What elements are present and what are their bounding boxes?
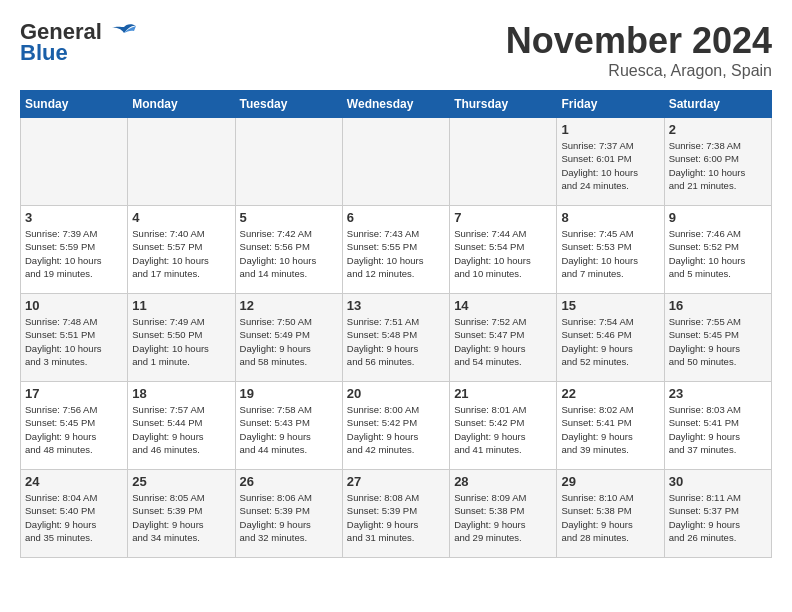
day-info: Sunrise: 8:03 AMSunset: 5:41 PMDaylight:… [669,403,767,456]
logo-blue: Blue [20,40,68,66]
day-number: 5 [240,210,338,225]
day-number: 22 [561,386,659,401]
day-number: 20 [347,386,445,401]
calendar-day-cell: 27Sunrise: 8:08 AMSunset: 5:39 PMDayligh… [342,470,449,558]
day-number: 30 [669,474,767,489]
weekday-header-cell: Wednesday [342,91,449,118]
day-info: Sunrise: 8:10 AMSunset: 5:38 PMDaylight:… [561,491,659,544]
day-info: Sunrise: 7:49 AMSunset: 5:50 PMDaylight:… [132,315,230,368]
calendar-week-row: 10Sunrise: 7:48 AMSunset: 5:51 PMDayligh… [21,294,772,382]
day-number: 6 [347,210,445,225]
calendar-week-row: 17Sunrise: 7:56 AMSunset: 5:45 PMDayligh… [21,382,772,470]
calendar-day-cell: 24Sunrise: 8:04 AMSunset: 5:40 PMDayligh… [21,470,128,558]
calendar-day-cell: 15Sunrise: 7:54 AMSunset: 5:46 PMDayligh… [557,294,664,382]
calendar-day-cell: 8Sunrise: 7:45 AMSunset: 5:53 PMDaylight… [557,206,664,294]
day-number: 1 [561,122,659,137]
calendar-day-cell: 11Sunrise: 7:49 AMSunset: 5:50 PMDayligh… [128,294,235,382]
day-number: 13 [347,298,445,313]
day-number: 18 [132,386,230,401]
day-info: Sunrise: 7:40 AMSunset: 5:57 PMDaylight:… [132,227,230,280]
day-number: 25 [132,474,230,489]
day-number: 14 [454,298,552,313]
day-info: Sunrise: 8:06 AMSunset: 5:39 PMDaylight:… [240,491,338,544]
calendar-day-cell [450,118,557,206]
day-info: Sunrise: 7:56 AMSunset: 5:45 PMDaylight:… [25,403,123,456]
day-number: 19 [240,386,338,401]
weekday-header-row: SundayMondayTuesdayWednesdayThursdayFrid… [21,91,772,118]
calendar-day-cell: 20Sunrise: 8:00 AMSunset: 5:42 PMDayligh… [342,382,449,470]
day-info: Sunrise: 7:58 AMSunset: 5:43 PMDaylight:… [240,403,338,456]
day-number: 3 [25,210,123,225]
calendar-day-cell: 29Sunrise: 8:10 AMSunset: 5:38 PMDayligh… [557,470,664,558]
calendar-day-cell [235,118,342,206]
calendar-day-cell: 4Sunrise: 7:40 AMSunset: 5:57 PMDaylight… [128,206,235,294]
calendar-day-cell: 7Sunrise: 7:44 AMSunset: 5:54 PMDaylight… [450,206,557,294]
title-block: November 2024 Ruesca, Aragon, Spain [506,20,772,80]
day-info: Sunrise: 8:01 AMSunset: 5:42 PMDaylight:… [454,403,552,456]
calendar-day-cell: 18Sunrise: 7:57 AMSunset: 5:44 PMDayligh… [128,382,235,470]
calendar-day-cell: 2Sunrise: 7:38 AMSunset: 6:00 PMDaylight… [664,118,771,206]
day-number: 15 [561,298,659,313]
calendar-day-cell: 26Sunrise: 8:06 AMSunset: 5:39 PMDayligh… [235,470,342,558]
location-subtitle: Ruesca, Aragon, Spain [506,62,772,80]
day-info: Sunrise: 7:57 AMSunset: 5:44 PMDaylight:… [132,403,230,456]
day-info: Sunrise: 7:39 AMSunset: 5:59 PMDaylight:… [25,227,123,280]
day-number: 4 [132,210,230,225]
day-number: 23 [669,386,767,401]
day-number: 26 [240,474,338,489]
day-info: Sunrise: 7:48 AMSunset: 5:51 PMDaylight:… [25,315,123,368]
day-info: Sunrise: 7:50 AMSunset: 5:49 PMDaylight:… [240,315,338,368]
calendar-day-cell: 23Sunrise: 8:03 AMSunset: 5:41 PMDayligh… [664,382,771,470]
weekday-header-cell: Sunday [21,91,128,118]
day-number: 2 [669,122,767,137]
weekday-header-cell: Thursday [450,91,557,118]
calendar-day-cell: 28Sunrise: 8:09 AMSunset: 5:38 PMDayligh… [450,470,557,558]
weekday-header-cell: Saturday [664,91,771,118]
day-number: 24 [25,474,123,489]
day-number: 16 [669,298,767,313]
day-number: 8 [561,210,659,225]
day-info: Sunrise: 8:00 AMSunset: 5:42 PMDaylight:… [347,403,445,456]
day-number: 12 [240,298,338,313]
calendar-day-cell: 30Sunrise: 8:11 AMSunset: 5:37 PMDayligh… [664,470,771,558]
calendar-week-row: 1Sunrise: 7:37 AMSunset: 6:01 PMDaylight… [21,118,772,206]
day-number: 28 [454,474,552,489]
weekday-header-cell: Monday [128,91,235,118]
calendar-day-cell: 16Sunrise: 7:55 AMSunset: 5:45 PMDayligh… [664,294,771,382]
day-number: 27 [347,474,445,489]
day-info: Sunrise: 7:37 AMSunset: 6:01 PMDaylight:… [561,139,659,192]
calendar-day-cell: 21Sunrise: 8:01 AMSunset: 5:42 PMDayligh… [450,382,557,470]
calendar-day-cell: 10Sunrise: 7:48 AMSunset: 5:51 PMDayligh… [21,294,128,382]
day-info: Sunrise: 8:02 AMSunset: 5:41 PMDaylight:… [561,403,659,456]
calendar-day-cell: 12Sunrise: 7:50 AMSunset: 5:49 PMDayligh… [235,294,342,382]
day-number: 17 [25,386,123,401]
day-info: Sunrise: 8:11 AMSunset: 5:37 PMDaylight:… [669,491,767,544]
day-number: 9 [669,210,767,225]
calendar-body: 1Sunrise: 7:37 AMSunset: 6:01 PMDaylight… [21,118,772,558]
day-info: Sunrise: 7:45 AMSunset: 5:53 PMDaylight:… [561,227,659,280]
logo-bird-icon [110,23,138,43]
day-info: Sunrise: 8:09 AMSunset: 5:38 PMDaylight:… [454,491,552,544]
day-number: 11 [132,298,230,313]
calendar-day-cell: 13Sunrise: 7:51 AMSunset: 5:48 PMDayligh… [342,294,449,382]
day-info: Sunrise: 8:04 AMSunset: 5:40 PMDaylight:… [25,491,123,544]
day-info: Sunrise: 8:05 AMSunset: 5:39 PMDaylight:… [132,491,230,544]
weekday-header-cell: Friday [557,91,664,118]
weekday-header-cell: Tuesday [235,91,342,118]
calendar-day-cell [342,118,449,206]
calendar-week-row: 24Sunrise: 8:04 AMSunset: 5:40 PMDayligh… [21,470,772,558]
day-info: Sunrise: 7:42 AMSunset: 5:56 PMDaylight:… [240,227,338,280]
day-info: Sunrise: 7:52 AMSunset: 5:47 PMDaylight:… [454,315,552,368]
logo: General Blue [20,20,138,66]
month-title: November 2024 [506,20,772,62]
day-info: Sunrise: 7:51 AMSunset: 5:48 PMDaylight:… [347,315,445,368]
day-info: Sunrise: 7:55 AMSunset: 5:45 PMDaylight:… [669,315,767,368]
calendar-day-cell [128,118,235,206]
calendar-table: SundayMondayTuesdayWednesdayThursdayFrid… [20,90,772,558]
day-number: 7 [454,210,552,225]
calendar-day-cell: 17Sunrise: 7:56 AMSunset: 5:45 PMDayligh… [21,382,128,470]
day-info: Sunrise: 7:38 AMSunset: 6:00 PMDaylight:… [669,139,767,192]
day-info: Sunrise: 7:44 AMSunset: 5:54 PMDaylight:… [454,227,552,280]
day-info: Sunrise: 7:54 AMSunset: 5:46 PMDaylight:… [561,315,659,368]
calendar-day-cell: 14Sunrise: 7:52 AMSunset: 5:47 PMDayligh… [450,294,557,382]
